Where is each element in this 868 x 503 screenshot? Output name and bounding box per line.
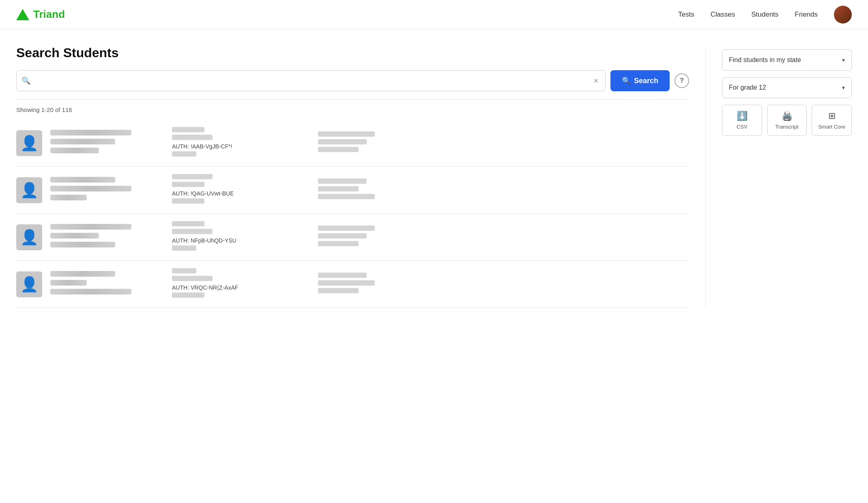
auth-code: AUTH: !QAG-UVwt-BUE (172, 190, 310, 197)
school-detail2-blur (318, 147, 359, 152)
student-info (50, 130, 164, 157)
smart-core-label: Smart Core (818, 124, 845, 130)
school-detail2-blur (318, 194, 375, 199)
school-detail2-blur (318, 241, 359, 246)
student-code2-blur (172, 229, 213, 234)
transcript-button[interactable]: 🖨️ Transcript (767, 105, 807, 136)
auth-extra-blur (172, 198, 204, 204)
table-row: 👤 AUTH: NFpB-UhQD-YSU (16, 214, 689, 261)
nav-classes[interactable]: Classes (711, 11, 735, 19)
search-input-wrap[interactable]: 🔍 ✕ (16, 70, 606, 91)
main-nav: Tests Classes Students Friends (678, 6, 852, 24)
student-code-blur (172, 221, 204, 226)
school-detail-blur (318, 280, 375, 286)
student-middle: AUTH: !AAB-VgJB-CF*! (172, 127, 310, 159)
student-detail-blur (50, 186, 131, 191)
student-code-blur (172, 174, 213, 179)
state-filter-chevron-icon: ▾ (842, 57, 845, 63)
school-detail2-blur (318, 288, 359, 293)
student-detail2-blur (50, 148, 99, 153)
school-name-blur (318, 131, 375, 137)
student-avatar: 👤 (16, 177, 42, 203)
grade-filter-label: For grade 12 (729, 84, 766, 91)
school-detail-blur (318, 139, 367, 144)
student-code2-blur (172, 135, 213, 140)
auth-code: AUTH: !AAB-VgJB-CF*! (172, 143, 310, 150)
main-content: Search Students 🔍 ✕ 🔍 Search ? Showing 1… (0, 29, 868, 308)
student-info (50, 271, 164, 298)
person-icon: 👤 (20, 276, 39, 293)
student-right (318, 226, 689, 249)
student-detail2-blur (50, 289, 131, 294)
student-code2-blur (172, 182, 204, 187)
right-panel: Find students in my state ▾ For grade 12… (706, 45, 852, 308)
logo-text: Triand (33, 8, 65, 21)
person-icon: 👤 (20, 135, 39, 152)
student-code-blur (172, 268, 196, 273)
student-detail2-blur (50, 195, 87, 200)
left-panel: Search Students 🔍 ✕ 🔍 Search ? Showing 1… (16, 45, 706, 308)
header: Triand Tests Classes Students Friends (0, 0, 868, 29)
transcript-label: Transcript (775, 124, 798, 130)
state-filter-dropdown[interactable]: Find students in my state ▾ (722, 49, 852, 71)
search-button-icon: 🔍 (622, 76, 631, 85)
student-avatar: 👤 (16, 271, 42, 297)
table-row: 👤 AUTH: !QAG-UVwt-BUE (16, 167, 689, 214)
state-filter-label: Find students in my state (729, 56, 801, 64)
person-icon: 👤 (20, 182, 39, 199)
student-detail-blur (50, 233, 99, 239)
help-button[interactable]: ? (675, 73, 689, 88)
student-info (50, 224, 164, 251)
student-detail-blur (50, 280, 87, 286)
transcript-icon: 🖨️ (782, 111, 793, 121)
nav-friends[interactable]: Friends (795, 11, 818, 19)
student-name-blur (50, 224, 131, 230)
page-title: Search Students (16, 45, 689, 60)
csv-label: CSV (737, 124, 748, 130)
auth-extra-blur (172, 292, 204, 298)
nav-students[interactable]: Students (751, 11, 778, 19)
search-button[interactable]: 🔍 Search (610, 70, 670, 91)
student-detail-blur (50, 139, 115, 144)
student-name-blur (50, 271, 115, 277)
logo: Triand (16, 8, 65, 21)
grade-filter-dropdown[interactable]: For grade 12 ▾ (722, 77, 852, 98)
auth-extra-blur (172, 151, 196, 157)
csv-button[interactable]: ⬇️ CSV (722, 105, 762, 136)
student-code2-blur (172, 276, 213, 281)
school-name-blur (318, 178, 367, 184)
smart-core-button[interactable]: ⊞ Smart Core (812, 105, 852, 136)
action-buttons: ⬇️ CSV 🖨️ Transcript ⊞ Smart Core (722, 105, 852, 136)
grade-filter-chevron-icon: ▾ (842, 84, 845, 91)
student-info (50, 177, 164, 204)
clear-search-button[interactable]: ✕ (592, 75, 600, 86)
student-middle: AUTH: VRQC-NR(Z-AxAF (172, 268, 310, 300)
logo-triangle-icon (16, 9, 29, 20)
student-code-blur (172, 127, 204, 132)
student-detail2-blur (50, 242, 115, 247)
results-count: Showing 1-20 of 116 (16, 99, 689, 120)
search-button-label: Search (634, 77, 658, 85)
student-middle: AUTH: !QAG-UVwt-BUE (172, 174, 310, 206)
student-right (318, 273, 689, 296)
student-avatar: 👤 (16, 130, 42, 156)
auth-code: AUTH: NFpB-UhQD-YSU (172, 237, 310, 244)
search-icon: 🔍 (21, 76, 30, 85)
csv-icon: ⬇️ (737, 111, 748, 121)
search-row: 🔍 ✕ 🔍 Search ? (16, 70, 689, 91)
student-list: 👤 AUTH: !AAB-VgJB-CF*! (16, 120, 689, 308)
student-middle: AUTH: NFpB-UhQD-YSU (172, 221, 310, 253)
auth-code: AUTH: VRQC-NR(Z-AxAF (172, 284, 310, 291)
nav-tests[interactable]: Tests (678, 11, 694, 19)
table-row: 👤 AUTH: !AAB-VgJB-CF*! (16, 120, 689, 167)
student-right (318, 131, 689, 155)
smart-core-icon: ⊞ (828, 111, 836, 121)
person-icon: 👤 (20, 229, 39, 246)
school-name-blur (318, 226, 375, 231)
auth-extra-blur (172, 245, 196, 251)
student-avatar: 👤 (16, 224, 42, 250)
search-input[interactable] (34, 77, 592, 84)
user-avatar[interactable] (834, 6, 852, 24)
school-detail-blur (318, 233, 367, 239)
student-right (318, 178, 689, 202)
